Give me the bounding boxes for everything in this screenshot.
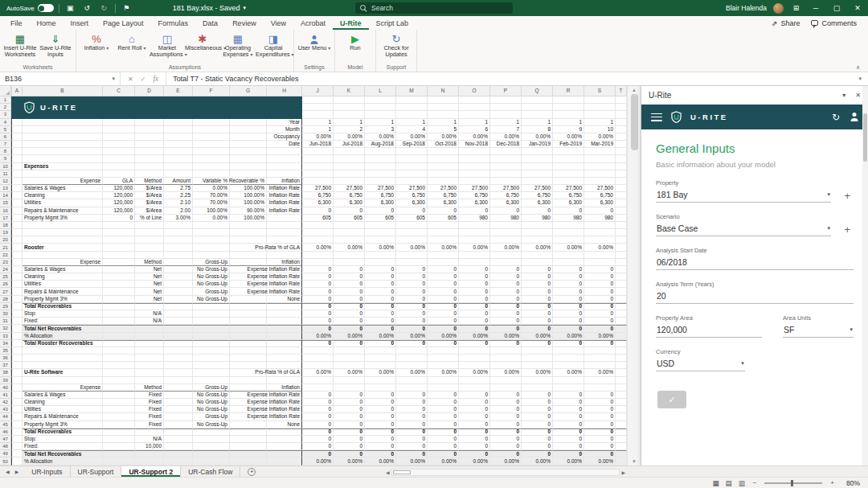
cell[interactable]: 0 (334, 273, 365, 281)
cell[interactable] (267, 347, 302, 355)
row-header-19[interactable]: 19 (0, 229, 11, 236)
cell[interactable]: 0 (459, 436, 490, 443)
row-header-2[interactable]: 2 (0, 104, 11, 111)
cell[interactable] (230, 303, 267, 310)
row-header-23[interactable]: 23 (0, 259, 11, 266)
cell[interactable]: 0.00% (584, 133, 616, 141)
cell[interactable]: Occupancy (267, 133, 302, 141)
cell[interactable] (428, 259, 459, 266)
column-header-A[interactable]: A (11, 86, 23, 96)
cell[interactable] (490, 104, 522, 111)
cell[interactable]: 0 (553, 273, 584, 281)
cell[interactable] (365, 148, 396, 155)
cell[interactable]: 0 (428, 296, 459, 303)
cell[interactable] (616, 148, 627, 155)
ribbon-button-capital-expenditures[interactable]: ◨Capital Expenditures▾ (256, 31, 291, 64)
cell[interactable] (230, 384, 267, 392)
cell[interactable] (302, 155, 334, 162)
cell[interactable] (616, 288, 627, 295)
cell[interactable]: Inflation (267, 178, 302, 185)
cell[interactable] (522, 111, 553, 118)
cell[interactable] (459, 96, 490, 104)
cell[interactable] (302, 355, 334, 362)
cell[interactable] (103, 222, 135, 229)
cell[interactable] (365, 259, 396, 266)
pane-options-icon[interactable]: ▾ (842, 92, 845, 99)
cell[interactable]: 0 (553, 399, 584, 406)
cell[interactable] (522, 362, 553, 369)
cell[interactable]: 0 (553, 443, 584, 450)
cell[interactable] (428, 178, 459, 185)
cell[interactable]: 0 (459, 392, 490, 399)
cell[interactable] (616, 133, 627, 141)
column-header-R[interactable]: R (553, 86, 584, 96)
cell[interactable]: 0 (490, 318, 522, 325)
column-header-J[interactable]: J (302, 86, 334, 96)
cell[interactable]: 0 (365, 273, 396, 281)
column-header-K[interactable]: K (334, 86, 365, 96)
cell[interactable] (11, 229, 23, 236)
cell[interactable]: 0 (334, 266, 365, 273)
cell[interactable]: 7 (490, 126, 522, 133)
cell[interactable] (553, 377, 584, 384)
cell[interactable]: 0 (396, 413, 428, 420)
cell[interactable]: 0 (365, 392, 396, 399)
cell[interactable] (164, 369, 193, 376)
cell[interactable] (396, 236, 428, 244)
cell[interactable] (11, 148, 23, 155)
cell[interactable] (365, 104, 396, 111)
cell[interactable] (616, 207, 627, 215)
cell[interactable]: 0.00% (365, 369, 396, 376)
cell[interactable]: Jan-2019 (522, 141, 553, 148)
cell[interactable]: 0 (302, 421, 334, 429)
cell[interactable] (164, 273, 193, 281)
cell[interactable] (584, 96, 616, 104)
cell[interactable] (365, 96, 396, 104)
cell[interactable] (553, 362, 584, 369)
cell[interactable]: Date (267, 141, 302, 148)
scroll-up-icon[interactable]: ▲ (632, 88, 637, 92)
pane-scrollbar[interactable] (862, 86, 868, 465)
cell[interactable]: 2.25 (164, 192, 193, 199)
cell[interactable]: Total Recoverables (23, 303, 103, 310)
row-header-10[interactable]: 10 (0, 163, 11, 170)
column-header-S[interactable]: S (584, 86, 616, 96)
ribbon-tab-acrobat[interactable]: Acrobat (293, 16, 333, 30)
cell[interactable] (334, 178, 365, 185)
cell[interactable] (267, 457, 302, 465)
cell[interactable]: GLA (103, 178, 135, 185)
row-header-48[interactable]: 48 (0, 443, 11, 450)
cell[interactable] (267, 148, 302, 155)
cell[interactable]: 1 (428, 119, 459, 126)
cell[interactable] (164, 148, 193, 155)
cell[interactable]: 9 (553, 126, 584, 133)
cell[interactable]: 0 (428, 443, 459, 450)
cell[interactable]: 0 (490, 273, 522, 281)
cell[interactable]: 120,000 (103, 199, 135, 207)
cell[interactable] (164, 413, 193, 420)
cell[interactable] (193, 244, 230, 251)
cell[interactable]: 2 (334, 126, 365, 133)
cell[interactable] (193, 126, 230, 133)
cell[interactable] (193, 222, 230, 229)
cell[interactable]: 0 (302, 310, 334, 318)
customize-toolbar-icon[interactable]: ⚑ (121, 4, 133, 12)
cell[interactable] (334, 236, 365, 244)
cell[interactable] (396, 104, 428, 111)
cell[interactable] (230, 318, 267, 325)
row-header-16[interactable]: 16 (0, 207, 11, 215)
cell[interactable] (230, 119, 267, 126)
cell[interactable] (11, 318, 23, 325)
cell[interactable]: No Gross-Up (193, 399, 230, 406)
cell[interactable] (428, 96, 459, 104)
cell[interactable] (302, 111, 334, 118)
cell[interactable] (616, 369, 627, 376)
cell[interactable]: 0 (522, 436, 553, 443)
row-header-35[interactable]: 35 (0, 347, 11, 355)
cell[interactable] (584, 170, 616, 178)
cell[interactable] (164, 126, 193, 133)
zoom-slider[interactable] (764, 482, 822, 484)
cell[interactable] (11, 155, 23, 162)
cell[interactable]: 0 (584, 296, 616, 303)
cell[interactable]: 980 (584, 215, 616, 222)
